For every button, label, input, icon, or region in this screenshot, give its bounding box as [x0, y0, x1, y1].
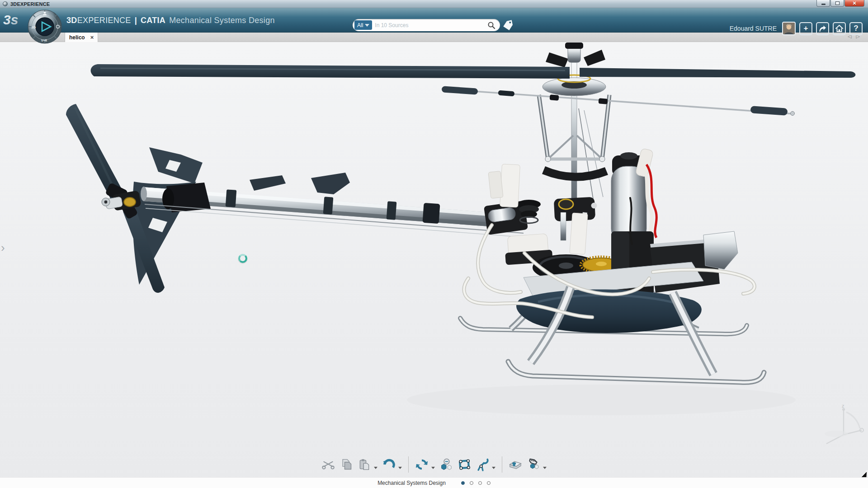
tail-boom[interactable]: [141, 173, 526, 237]
paste-button[interactable]: [357, 457, 372, 472]
tab-label: helico: [69, 34, 85, 41]
add-content-button[interactable]: +: [799, 22, 812, 35]
model-shadow: [407, 385, 796, 415]
compass-west-label[interactable]: 3D: [31, 25, 36, 29]
close-icon: ✕: [852, 0, 856, 6]
copy-icon: [340, 458, 353, 471]
action-toolbar: [321, 456, 547, 473]
avatar-photo: [783, 23, 795, 34]
close-button[interactable]: ✕: [844, 0, 864, 7]
brand-3d: 3D: [66, 16, 77, 25]
manipulate-hand-icon: [527, 458, 540, 471]
main-rotor[interactable]: [91, 64, 856, 116]
tab-close-icon[interactable]: ×: [90, 34, 94, 40]
search-input[interactable]: [372, 22, 487, 28]
cut-button[interactable]: [321, 457, 336, 472]
page-dot[interactable]: [470, 481, 473, 485]
page-dot[interactable]: [461, 481, 465, 485]
user-avatar[interactable]: [782, 22, 796, 35]
plus-icon: +: [804, 24, 808, 33]
brand-catia: CATIA: [141, 16, 165, 25]
undo-button[interactable]: [381, 457, 396, 472]
manipulate-button[interactable]: [526, 457, 541, 472]
search-scope-dropdown[interactable]: All: [354, 20, 372, 30]
copy-button[interactable]: [339, 457, 354, 472]
home-icon: [835, 25, 843, 32]
axis-triad[interactable]: z: [825, 403, 863, 444]
explore-components-button[interactable]: [439, 457, 454, 472]
svg-text:z: z: [842, 403, 844, 408]
svg-text:3s: 3s: [3, 12, 18, 27]
section-icon: [509, 458, 522, 471]
page-dot[interactable]: [478, 481, 482, 485]
3d-viewport[interactable]: z ›: [0, 42, 868, 488]
kinematics-tools-button[interactable]: [475, 457, 490, 472]
undo-icon: [382, 458, 396, 471]
mechanism-icon: [458, 458, 471, 471]
maximize-button[interactable]: [830, 0, 844, 7]
paste-icon: [358, 458, 371, 471]
tail-fin[interactable]: [132, 147, 203, 285]
helicopter-model[interactable]: z: [0, 42, 868, 488]
panel-expander-icon[interactable]: ›: [1, 241, 5, 255]
window-app-icon: [3, 1, 8, 6]
app-switcher-bar: Mechanical Systems Design: [0, 477, 868, 488]
question-icon: ?: [854, 24, 858, 33]
home-button[interactable]: [833, 22, 846, 35]
minimize-icon: [821, 4, 826, 5]
brand-title: 3DEXPERIENCE|CATIAMechanical Systems Des…: [66, 8, 275, 33]
tag-icon[interactable]: [503, 19, 514, 31]
fuselage[interactable]: [484, 148, 738, 333]
manipulate-options-caret[interactable]: [543, 467, 547, 469]
paste-options-caret[interactable]: [374, 467, 377, 469]
minimize-button[interactable]: [816, 0, 830, 7]
update-button[interactable]: [414, 457, 429, 472]
window-title: 3DEXPERIENCE: [10, 1, 50, 7]
page-dot[interactable]: [487, 481, 491, 485]
mechanism-representation-button[interactable]: [457, 457, 472, 472]
search-icon[interactable]: [487, 21, 495, 29]
compass-south-label[interactable]: V+R: [41, 39, 47, 42]
current-app-label: Mechanical Systems Design: [377, 480, 446, 486]
undo-options-caret[interactable]: [398, 467, 402, 469]
explore-components-icon: [439, 458, 453, 471]
user-name[interactable]: Edouard SUTRE: [730, 25, 777, 32]
kinematics-options-caret[interactable]: [492, 467, 495, 469]
toolbar-separator: [502, 456, 502, 473]
help-button[interactable]: ?: [849, 22, 863, 35]
maximize-icon: [835, 1, 840, 5]
tab-helico[interactable]: helico ×: [65, 33, 98, 42]
window-titlebar: 3DEXPERIENCE ✕: [0, 0, 868, 8]
search-scope-label: All: [357, 22, 363, 28]
3d-compass[interactable]: 3D V+R: [27, 9, 62, 44]
brand-role: Mechanical Systems Design: [169, 16, 275, 25]
app-page-dots: [461, 481, 491, 485]
wrench-mechanism-icon: [476, 458, 489, 471]
share-button[interactable]: [816, 22, 829, 35]
chevron-down-icon: [365, 24, 369, 27]
search-bar[interactable]: All: [353, 19, 500, 31]
cut-icon: [322, 458, 335, 471]
brand-experience: EXPERIENCE: [77, 16, 131, 25]
brand-pipe: |: [135, 16, 137, 25]
share-arrow-icon: [819, 25, 826, 32]
update-icon: [415, 458, 429, 471]
toolbar-separator: [408, 456, 409, 473]
app-header: 3s 3DEXPERIENCE|CATIAMechanical Systems …: [0, 8, 868, 33]
section-tools-button[interactable]: [508, 457, 523, 472]
busy-indicator: [238, 254, 247, 263]
dassault-systemes-logo: 3s: [3, 9, 23, 30]
update-options-caret[interactable]: [431, 467, 435, 469]
